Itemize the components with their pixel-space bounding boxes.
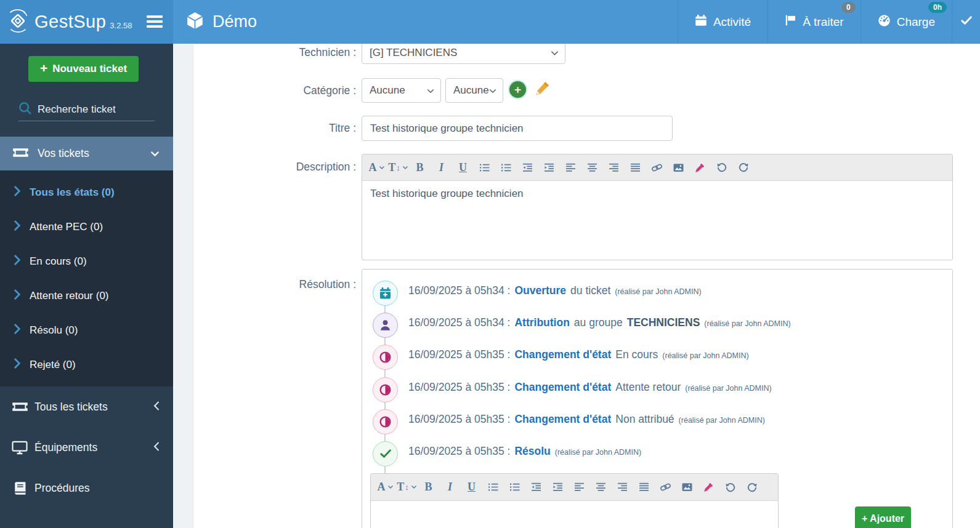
timeline-action: Attribution [514, 316, 569, 329]
eyedropper-icon [695, 162, 705, 173]
toolbar-italic-button[interactable]: I [431, 154, 452, 180]
search-input[interactable] [38, 103, 142, 116]
timeline-text: Non attribué [615, 413, 674, 426]
toolbar-font-size-button[interactable]: T↕ [396, 474, 418, 500]
sidebar-section-2[interactable]: Équipements [0, 427, 173, 468]
state-label: Attente retour (0) [30, 290, 109, 302]
hamburger-menu-icon[interactable] [147, 15, 163, 28]
categorie-select-2[interactable]: Aucune [445, 78, 503, 103]
description-label: Description : [235, 158, 356, 175]
toolbar-eyedropper-button[interactable] [698, 474, 719, 500]
toolbar-align-justify-button[interactable] [633, 474, 655, 500]
description-content[interactable]: Test historique groupe technicien [362, 181, 952, 260]
titre-input[interactable] [362, 116, 673, 141]
toolbar-align-justify-button[interactable] [625, 154, 646, 180]
toolbar-list-ol-button[interactable] [504, 474, 525, 500]
toolbar-font-color-button[interactable]: A [375, 474, 396, 500]
italic-icon: I [439, 161, 443, 174]
timeline-text: du ticket [570, 284, 610, 297]
toolbar-undo-button[interactable] [711, 154, 732, 180]
sidebar-state-item-3[interactable]: En cours (0) [0, 244, 173, 279]
toolbar-list-ul-button[interactable] [474, 154, 495, 180]
toolbar-align-center-button[interactable] [581, 154, 603, 180]
resolution-editor: AT↕BIU [370, 473, 779, 528]
toolbar-underline-button[interactable]: U [461, 474, 482, 500]
toolbar-list-ol-button[interactable] [495, 154, 517, 180]
bold-icon: B [416, 161, 423, 174]
nav-item-4[interactable]: P [952, 0, 980, 44]
section-label: Équipements [34, 441, 97, 454]
sidebar-state-item-2[interactable]: Attente PEC (0) [0, 210, 173, 244]
toolbar-outdent-button[interactable] [525, 474, 547, 500]
technicien-select[interactable]: [G] TECHNICIENS [362, 44, 565, 64]
state-label: Rejeté (0) [30, 359, 76, 371]
technicien-label: Technicien : [235, 44, 356, 61]
redo-icon [738, 162, 749, 173]
toolbar-bold-button[interactable]: B [409, 154, 431, 180]
timeline-circle-3 [373, 345, 398, 370]
timeline-date: 16/09/2025 à 05h35 : [408, 381, 510, 394]
resolution-toolbar: AT↕BIU [371, 474, 778, 501]
undo-icon [725, 482, 736, 493]
timeline-date: 16/09/2025 à 05h35 : [408, 348, 510, 361]
toolbar-font-color-button[interactable]: A [366, 154, 387, 180]
toolbar-eyedropper-button[interactable] [689, 154, 711, 180]
toolbar-italic-button[interactable]: I [439, 474, 461, 500]
toolbar-bold-button[interactable]: B [418, 474, 439, 500]
font-size-icon: T↕ [388, 161, 408, 174]
toolbar-align-right-button[interactable] [612, 474, 633, 500]
toolbar-indent-button[interactable] [547, 474, 569, 500]
state-label: Résolu (0) [30, 324, 78, 337]
resolution-content[interactable] [371, 501, 778, 528]
add-category-button[interactable]: + [509, 81, 526, 98]
chevron-right-icon [14, 255, 21, 268]
toolbar-outdent-button[interactable] [517, 154, 538, 180]
toolbar-undo-button[interactable] [719, 474, 741, 500]
chevron-left-icon [153, 401, 160, 414]
toolbar-align-right-button[interactable] [603, 154, 625, 180]
chevron-down-icon [150, 148, 160, 159]
monitor-icon [11, 441, 28, 455]
top-header: GestSup 3.2.58 Démo ActivitéÀ traiter0Ch… [0, 0, 980, 44]
timeline-detail: (réalisé par John ADMIN) [615, 287, 701, 296]
sidebar-state-item-4[interactable]: Attente retour (0) [0, 279, 173, 313]
categorie-select-1[interactable]: Aucune [362, 78, 441, 103]
toolbar-indent-button[interactable] [538, 154, 560, 180]
sidebar-state-item-5[interactable]: Résolu (0) [0, 313, 173, 348]
toolbar-align-left-button[interactable] [560, 154, 581, 180]
toolbar-link-button[interactable] [655, 474, 676, 500]
toolbar-align-center-button[interactable] [590, 474, 612, 500]
align-right-icon [609, 163, 619, 172]
search-icon [18, 102, 32, 118]
toolbar-align-left-button[interactable] [569, 474, 590, 500]
new-ticket-button[interactable]: + Nouveau ticket [28, 56, 139, 82]
timeline-date: 16/09/2025 à 05h34 : [408, 316, 510, 329]
toolbar-image-button[interactable] [676, 474, 698, 500]
nav-item-label: Charge [897, 15, 935, 29]
pencil-icon[interactable] [533, 79, 551, 100]
nav-item-1[interactable]: Activité [678, 0, 767, 44]
toolbar-redo-button[interactable] [741, 474, 763, 500]
sidebar-section-3[interactable]: Procédures [0, 468, 173, 508]
toolbar-redo-button[interactable] [732, 154, 754, 180]
toolbar-list-ul-button[interactable] [482, 474, 504, 500]
book-icon [11, 481, 28, 495]
timeline-entry-3: 16/09/2025 à 05h35 :Changement d'étatEn … [408, 348, 749, 364]
toolbar-font-size-button[interactable]: T↕ [387, 154, 409, 180]
list-ul-icon [479, 163, 490, 172]
timeline-entry-5: 16/09/2025 à 05h35 :Changement d'étatNon… [408, 413, 765, 429]
sidebar-item-vos-tickets[interactable]: Vos tickets [0, 137, 173, 170]
toolbar-underline-button[interactable]: U [452, 154, 474, 180]
ajouter-button[interactable]: + Ajouter [855, 506, 911, 528]
state-icon [379, 351, 392, 364]
nav-item-3[interactable]: Charge0h [861, 0, 952, 44]
toolbar-image-button[interactable] [668, 154, 689, 180]
sidebar-state-item-1[interactable]: Tous les états (0) [0, 175, 173, 210]
timeline-detail: (réalisé par John ADMIN) [704, 319, 790, 328]
sidebar-state-item-6[interactable]: Rejeté (0) [0, 348, 173, 382]
toolbar-link-button[interactable] [646, 154, 668, 180]
timeline-entry-2: 16/09/2025 à 05h34 :Attributionau groupe… [408, 316, 791, 332]
timeline-detail: (réalisé par John ADMIN) [662, 351, 748, 360]
sidebar-section-1[interactable]: Tous les tickets [0, 386, 173, 427]
nav-item-2[interactable]: À traiter0 [767, 0, 861, 44]
